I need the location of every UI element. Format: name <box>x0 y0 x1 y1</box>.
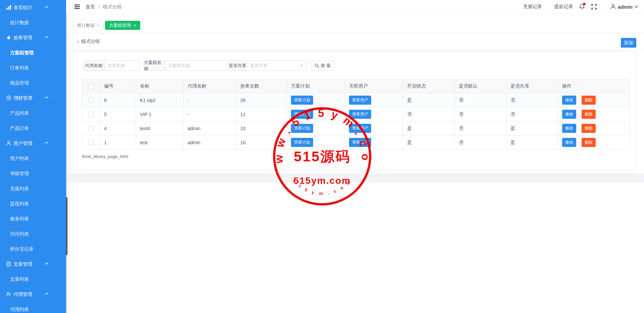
view-plan-button[interactable]: 查看计划 <box>291 124 313 133</box>
select-placeholder: 是否共享 <box>250 61 267 70</box>
row-checkbox[interactable] <box>88 140 94 145</box>
sidebar-item-withdraw-list[interactable]: 提现列表 <box>0 196 66 211</box>
sidebar-section-label: 首页统计 <box>13 0 32 15</box>
cell-enabled: 是 <box>403 121 455 136</box>
cell-grab-count: 26 <box>236 93 287 107</box>
chevron-up-icon <box>45 96 49 99</box>
sidebar-section-users[interactable]: 用户管理 <box>0 136 66 151</box>
view-users-button[interactable]: 查看用户 <box>349 110 371 119</box>
finance-icon: ¥ <box>6 95 11 101</box>
sidebar-section-finance[interactable]: ¥ 理财管理 <box>0 91 66 106</box>
edit-button[interactable]: 修改 <box>562 124 576 133</box>
sidebar-item-article-list[interactable]: 文章列表 <box>0 272 66 287</box>
user-menu[interactable]: admin <box>610 4 638 10</box>
sidebar-item-bill-list[interactable]: 账单列表 <box>0 211 66 226</box>
close-icon[interactable]: × <box>134 23 136 28</box>
sidebar-section-home-stats[interactable]: 首页统计 <box>0 0 66 15</box>
breadcrumb: 首页 / 模式分组 <box>86 0 122 13</box>
user-icon <box>6 141 11 146</box>
chevron-up-icon <box>45 36 49 39</box>
breadcrumb-home[interactable]: 首页 <box>86 4 95 9</box>
cell-enabled: 是 <box>403 93 455 107</box>
cell-shared: 否 <box>506 107 558 121</box>
username-label: admin <box>618 4 633 10</box>
cell-default: 否 <box>455 93 506 107</box>
view-users-button[interactable]: 查看用户 <box>349 96 371 105</box>
view-users-button[interactable]: 查看用户 <box>349 138 371 147</box>
agent-name-label: 代理名称 <box>83 60 105 71</box>
is-shared-select[interactable]: 是否共享 ▼ <box>247 60 307 71</box>
sidebar-item-user-list[interactable]: 用户列表 <box>0 151 66 166</box>
sidebar-section-agents[interactable]: 代理管理 <box>0 287 66 302</box>
cell-name: test4 <box>136 121 184 136</box>
view-plan-button[interactable]: 查看计划 <box>291 138 313 147</box>
withdraw-records-link[interactable]: 提款记录 <box>554 4 573 10</box>
row-checkbox[interactable] <box>88 112 94 117</box>
cell-enabled: 否 <box>403 107 455 121</box>
group-name-input[interactable] <box>165 60 226 71</box>
edit-button[interactable]: 修改 <box>562 96 576 105</box>
sidebar-scrollbar[interactable] <box>66 13 67 313</box>
select-all-checkbox[interactable] <box>88 84 94 89</box>
view-users-button[interactable]: 查看用户 <box>349 124 371 133</box>
cell-default: 否 <box>455 121 506 136</box>
agent-icon <box>6 292 11 297</box>
main-area: 首页 / 模式分组 充值记录 提款记录 admin <box>67 0 644 313</box>
delete-button[interactable]: 删除 <box>582 124 596 133</box>
cell-name: VIP 1 <box>136 107 184 121</box>
sidebar-section-grab-orders[interactable]: 抢单管理 <box>0 30 66 45</box>
delete-button[interactable]: 删除 <box>582 110 596 119</box>
add-button[interactable]: 添加 <box>621 38 636 48</box>
tab-stats-data[interactable]: 统计数据× <box>73 21 104 30</box>
delete-button[interactable]: 删除 <box>582 138 596 147</box>
edit-button[interactable]: 修改 <box>562 110 576 119</box>
notification-bell-icon[interactable] <box>579 3 585 10</box>
view-plan-button[interactable]: 查看计划 <box>291 96 313 105</box>
top-header: 首页 / 模式分组 充值记录 提款记录 admin <box>67 0 644 13</box>
sidebar-item-plan-group-management[interactable]: 方案组管理 <box>0 45 66 60</box>
filter-group-name: 方案组名称 <box>144 60 226 71</box>
row-checkbox[interactable] <box>88 98 94 103</box>
sidebar-item-product-management[interactable]: 商品管理 <box>0 75 66 91</box>
content-panel: »模式分组 添加 代理名称 方案组名称 是否共享 是否共享 <box>67 33 644 174</box>
menu-collapse-icon[interactable] <box>74 4 80 10</box>
sidebar-item-agent-list[interactable]: 代理列表 <box>0 302 66 313</box>
row-checkbox[interactable] <box>88 126 94 131</box>
table-row: 6 K1 vip2 - 26 查看计划 查看用户 是 否 否 修改 <box>82 93 630 107</box>
cell-name: K1 vip2 <box>136 93 184 107</box>
close-icon[interactable]: × <box>97 23 100 28</box>
search-button[interactable]: 搜 索 <box>311 60 334 71</box>
cell-grab-count: 12 <box>236 107 287 121</box>
sidebar-item-product-list[interactable]: 产品列表 <box>0 106 66 121</box>
delete-button[interactable]: 删除 <box>582 96 596 105</box>
column-header-default: 是否默认 <box>455 80 506 93</box>
edit-button[interactable]: 修改 <box>562 138 576 147</box>
table-row: 1 test admin 10 查看计划 查看用户 是 否 是 修改 <box>82 136 630 150</box>
breadcrumb-separator: / <box>98 4 100 9</box>
sidebar-item-points-records[interactable]: 积分宝记录 <box>0 242 66 257</box>
cell-id: 6 <box>100 93 136 107</box>
page-title: »模式分组 <box>77 33 100 49</box>
sidebar-item-recharge-list[interactable]: 充值列表 <box>0 181 66 196</box>
sidebar-section-articles[interactable]: 文章管理 <box>0 257 66 272</box>
sidebar-item-order-list[interactable]: 订单列表 <box>0 60 66 75</box>
view-plan-button[interactable]: 查看计划 <box>291 110 313 119</box>
cell-agent: admin <box>184 136 236 150</box>
recharge-records-link[interactable]: 充值记录 <box>523 4 542 10</box>
data-table: 编号 名称 代理名称 抢单次数 方案计划 关联用户 开启状态 是否默认 是否共享… <box>82 79 629 150</box>
cell-agent: - <box>184 93 236 107</box>
sidebar-item-level-management[interactable]: 等级管理 <box>0 166 66 181</box>
cell-shared: 否 <box>506 93 558 107</box>
sidebar-item-payment-list[interactable]: 代付列表 <box>0 226 66 242</box>
cell-default: 否 <box>455 136 506 150</box>
topbar-right: 充值记录 提款记录 admin <box>523 0 638 13</box>
sidebar-scrollbar-thumb[interactable] <box>66 197 67 255</box>
group-name-label: 方案组名称 <box>144 60 165 71</box>
tab-plan-group-management[interactable]: 方案组管理× <box>105 21 140 30</box>
sidebar-item-stats-data[interactable]: 统计数据 <box>0 15 66 30</box>
fullscreen-icon[interactable] <box>591 4 597 10</box>
agent-name-input[interactable] <box>105 60 140 71</box>
sidebar-item-product-orders[interactable]: 产品订单 <box>0 121 66 136</box>
breadcrumb-current: 模式分组 <box>103 4 122 9</box>
chevron-up-icon <box>45 6 49 8</box>
